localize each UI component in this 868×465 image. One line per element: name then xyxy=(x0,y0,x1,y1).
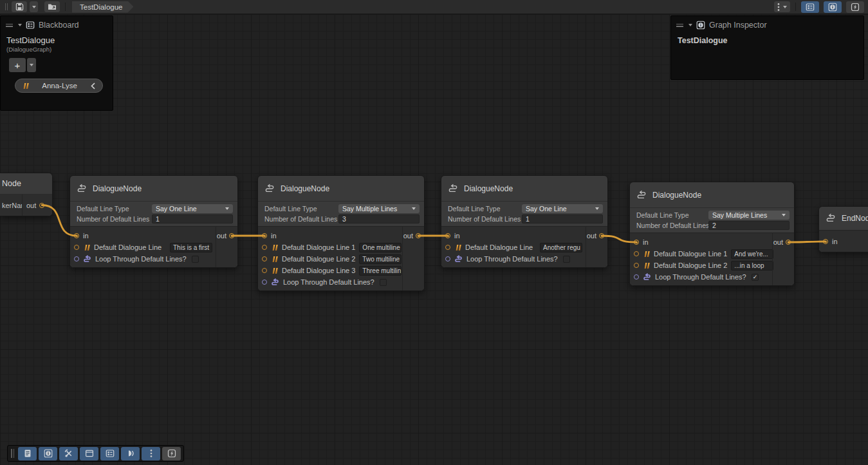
breadcrumb-tab[interactable]: TestDialogue xyxy=(72,1,133,13)
port-out-connector[interactable] xyxy=(416,233,421,238)
graph-node-dialoguenode[interactable]: DialogueNodeDefault Line TypeSay One Lin… xyxy=(441,175,608,268)
enum-dropdown[interactable]: Say One Line xyxy=(152,204,233,213)
checkbox[interactable] xyxy=(752,274,759,281)
graph-canvas[interactable]: NodekerNameoutDialogueNodeDefault Line T… xyxy=(0,14,868,465)
field-label: Default Line Type xyxy=(77,205,152,213)
save-dropdown-button[interactable] xyxy=(30,1,38,12)
node-title: Node xyxy=(2,179,21,188)
checkbox[interactable] xyxy=(192,256,199,263)
port-in-connector[interactable] xyxy=(445,233,450,238)
number-input[interactable]: 1 xyxy=(152,214,233,223)
toolbar-document-icon-button[interactable] xyxy=(18,447,37,460)
enum-dropdown[interactable]: Say Multiple Lines xyxy=(338,204,420,213)
node-fields-section: Default Line TypeSay One LineNumber of D… xyxy=(70,202,237,227)
panel-drag-handle-icon[interactable] xyxy=(6,24,13,27)
port-in-connector[interactable] xyxy=(262,233,267,238)
node-header[interactable]: DialogueNode xyxy=(70,176,237,202)
port-out-connector[interactable] xyxy=(229,233,234,238)
port-out-connector[interactable] xyxy=(599,233,604,238)
overlay-toolbar xyxy=(7,445,184,462)
port-connector[interactable] xyxy=(262,256,267,261)
port-connector[interactable] xyxy=(445,256,450,261)
port-connector[interactable] xyxy=(74,256,79,261)
node-header[interactable]: DialogueNode xyxy=(630,182,794,208)
port-connector[interactable] xyxy=(262,268,267,273)
add-variable-button[interactable]: + xyxy=(9,58,26,72)
node-header[interactable]: EndNode xyxy=(819,207,868,231)
port-in-label: in xyxy=(454,232,460,240)
variable-pill[interactable]: Anna-Lyse xyxy=(15,79,103,93)
save-button[interactable] xyxy=(12,1,27,12)
quote-icon xyxy=(271,256,278,263)
port-text-field[interactable]: This is a first xyxy=(170,243,212,252)
blackboard-panel[interactable]: Blackboard TestDialogue (DialogueGraph) … xyxy=(0,15,113,111)
port-row-out: out xyxy=(773,236,791,248)
toolbar-blackboard-icon-button[interactable] xyxy=(100,447,119,460)
port-out-connector[interactable] xyxy=(786,240,791,245)
toggle-info-icon[interactable] xyxy=(824,1,842,13)
toolbar-ellipsis-icon-button[interactable] xyxy=(142,447,160,460)
port-label: Loop Through Default Lines? xyxy=(466,255,558,263)
toolbar-minimap-icon-button[interactable] xyxy=(121,447,140,460)
blackboard-header[interactable]: Blackboard xyxy=(1,16,113,33)
panels-menu-button[interactable] xyxy=(774,1,790,12)
collapse-arrow-icon[interactable] xyxy=(688,24,692,26)
number-input[interactable]: 3 xyxy=(338,214,420,223)
port-connector[interactable] xyxy=(634,263,639,268)
port-connector[interactable] xyxy=(634,251,639,256)
checkbox[interactable] xyxy=(563,256,570,263)
port-out-connector[interactable] xyxy=(39,203,44,208)
toolbar-tools-icon-button[interactable] xyxy=(59,447,78,460)
port-text-field[interactable]: And we're... xyxy=(731,249,773,259)
collapse-arrow-icon[interactable] xyxy=(18,24,22,26)
graph-node-dialoguenode[interactable]: DialogueNodeDefault Line TypeSay Multipl… xyxy=(629,182,795,286)
port-connector[interactable] xyxy=(262,280,267,285)
toolbar-drag-handle[interactable] xyxy=(11,449,14,458)
toolbar-info-icon-button[interactable] xyxy=(39,447,57,460)
node-field-row: Number of Default Lines3 xyxy=(258,214,424,224)
node-header[interactable]: DialogueNode xyxy=(441,176,607,202)
port-text-field[interactable]: Two multiline xyxy=(359,254,402,264)
node-flow-icon xyxy=(636,190,647,200)
graph-node-endnode[interactable]: EndNodein xyxy=(818,206,868,252)
graph-inspector-header[interactable]: Graph Inspector xyxy=(671,16,863,33)
add-variable-dropdown[interactable] xyxy=(27,58,36,72)
graph-inspector-panel[interactable]: Graph Inspector TestDialogue xyxy=(670,15,864,80)
node-header[interactable]: DialogueNode xyxy=(258,176,424,202)
field-label: Default Line Type xyxy=(448,205,522,213)
port-row: Default Dialogue Line 1And we're... xyxy=(630,248,772,260)
graph-node-dialoguenode[interactable]: DialogueNodeDefault Line TypeSay Multipl… xyxy=(257,175,425,291)
port-connector[interactable] xyxy=(74,245,79,250)
toggle-bolt-icon[interactable] xyxy=(846,1,864,13)
toolbar-window-icon-button[interactable] xyxy=(80,447,98,460)
port-in-connector[interactable] xyxy=(823,239,828,244)
graph-node-node[interactable]: NodekerNameout xyxy=(0,173,53,216)
port-text-field[interactable]: Three multilin xyxy=(359,266,402,276)
port-text-field[interactable]: One multiline xyxy=(359,243,402,252)
number-input[interactable]: 1 xyxy=(522,214,603,223)
toolbar-drag-handle[interactable] xyxy=(4,3,9,10)
port-connector[interactable] xyxy=(262,245,267,250)
toolbar-bolt-icon-button[interactable] xyxy=(162,447,181,460)
port-in-label: in xyxy=(832,238,838,245)
checkbox[interactable] xyxy=(380,279,387,286)
output-ports: out xyxy=(402,227,424,290)
port-connector[interactable] xyxy=(445,245,450,250)
enum-dropdown[interactable]: Say One Line xyxy=(522,204,603,213)
panel-drag-handle-icon[interactable] xyxy=(676,24,683,27)
port-in-connector[interactable] xyxy=(74,233,79,238)
node-header[interactable]: Node xyxy=(0,173,52,195)
port-connector[interactable] xyxy=(634,274,639,280)
port-row: Default Dialogue Line 2Two multiline xyxy=(258,253,402,265)
graph-node-dialoguenode[interactable]: DialogueNodeDefault Line TypeSay One Lin… xyxy=(69,175,238,268)
node-title: EndNode xyxy=(842,214,868,223)
number-input[interactable]: 2 xyxy=(708,221,790,230)
port-in-connector[interactable] xyxy=(634,240,639,245)
port-text-field[interactable]: Another regu xyxy=(540,243,582,252)
open-asset-button[interactable] xyxy=(44,1,60,12)
enum-dropdown[interactable]: Say Multiple Lines xyxy=(708,211,790,220)
toggle-blackboard-icon[interactable] xyxy=(801,1,819,13)
port-out[interactable]: out xyxy=(22,195,52,216)
dropdown-value: Say Multiple Lines xyxy=(712,211,767,219)
port-text-field[interactable]: ...in a loop xyxy=(731,261,773,270)
